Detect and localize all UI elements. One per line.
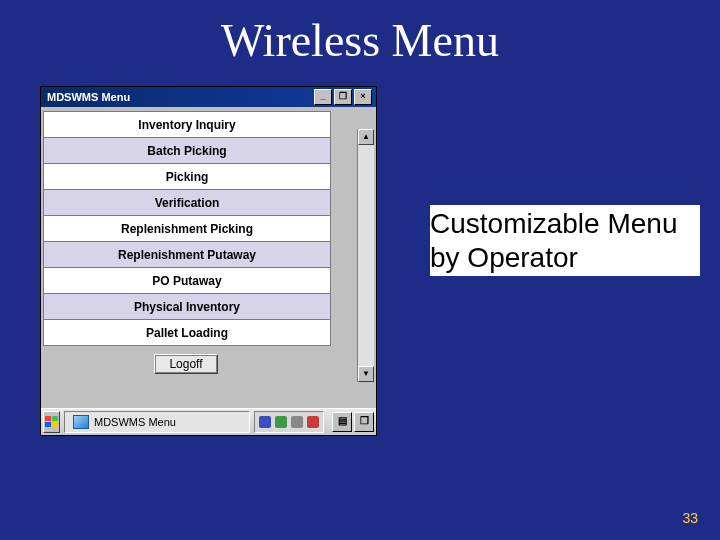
taskbar: MDSWMS Menu ▤ ❐ [41,408,376,435]
taskbar-task-label: MDSWMS Menu [94,416,176,428]
menu-item-inventory-inquiry[interactable]: Inventory Inquiry [44,112,330,138]
start-button[interactable] [43,411,60,433]
logoff-area: Logoff [43,346,329,380]
menu-item-replenishment-picking[interactable]: Replenishment Picking [44,216,330,242]
cascade-windows-button[interactable]: ❐ [354,412,374,432]
menu-item-replenishment-putaway[interactable]: Replenishment Putaway [44,242,330,268]
client-area: Inventory Inquiry Batch Picking Picking … [41,107,376,384]
windows-flag-icon [45,416,59,428]
tray-icon[interactable] [275,416,287,428]
scroll-down-button[interactable]: ▼ [358,366,374,382]
menu-item-pallet-loading[interactable]: Pallet Loading [44,320,330,345]
menu-item-verification[interactable]: Verification [44,190,330,216]
task-app-icon [73,415,89,429]
menu-item-po-putaway[interactable]: PO Putaway [44,268,330,294]
menu-list: Inventory Inquiry Batch Picking Picking … [43,111,331,346]
menu-item-physical-inventory[interactable]: Physical Inventory [44,294,330,320]
system-tray[interactable] [254,411,324,433]
maximize-button[interactable]: ❐ [334,89,352,105]
scroll-up-button[interactable]: ▲ [358,129,374,145]
menu-item-batch-picking[interactable]: Batch Picking [44,138,330,164]
slide-title: Wireless Menu [0,0,720,73]
vertical-scrollbar[interactable]: ▲ ▼ [357,129,374,382]
callout-text: Customizable Menu by Operator [430,205,700,276]
taskbar-task-button[interactable]: MDSWMS Menu [64,411,250,433]
minimize-button[interactable]: _ [314,89,332,105]
page-number: 33 [682,510,698,526]
tray-icon[interactable] [259,416,271,428]
logoff-button[interactable]: Logoff [154,354,217,374]
titlebar[interactable]: MDSWMS Menu _ ❐ × [41,87,376,107]
tray-icon[interactable] [291,416,303,428]
show-desktop-button[interactable]: ▤ [332,412,352,432]
tray-icon[interactable] [307,416,319,428]
app-window: MDSWMS Menu _ ❐ × Inventory Inquiry Batc… [40,86,377,436]
menu-item-picking[interactable]: Picking [44,164,330,190]
titlebar-buttons: _ ❐ × [314,89,374,105]
titlebar-text: MDSWMS Menu [43,91,314,103]
close-button[interactable]: × [354,89,372,105]
taskbar-extra-buttons: ▤ ❐ [332,412,374,432]
